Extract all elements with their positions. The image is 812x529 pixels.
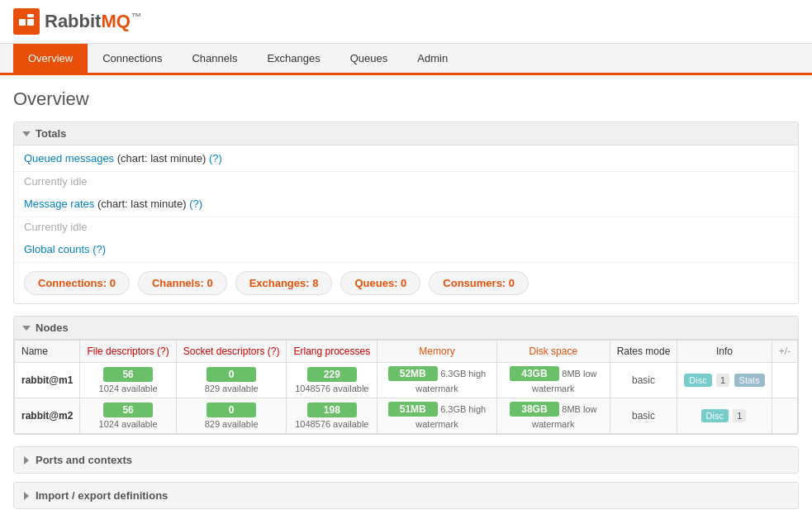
logo-text: RabbitMQ™ [45, 11, 142, 32]
exchanges-label: Exchanges: [249, 277, 310, 289]
totals-section: Totals Queued messages (chart: last minu… [13, 122, 799, 304]
th-memory: Memory [378, 341, 497, 363]
th-rates-mode: Rates mode [610, 341, 677, 363]
logo: RabbitMQ™ [13, 8, 142, 35]
import-export-header[interactable]: Import / export definitions [14, 483, 798, 508]
erlang-avail-0: 1048576 available [293, 384, 370, 393]
file-desc-avail-1: 1024 available [87, 419, 169, 429]
totals-header[interactable]: Totals [14, 122, 798, 145]
disk-bar-0: 43GB [510, 366, 559, 381]
nodes-label: Nodes [36, 322, 69, 334]
nodes-table-header-row: Name File descriptors (?) Socket descrip… [15, 341, 798, 363]
global-counts-link[interactable]: Global counts [24, 243, 90, 255]
erlang-bar-1: 198 [307, 403, 357, 417]
nav-connections[interactable]: Connections [88, 44, 177, 73]
consumers-label: Consumers: [443, 277, 506, 289]
node-disk-1: 38GB 8MB low watermark [496, 398, 610, 434]
nav-queues[interactable]: Queues [335, 44, 403, 73]
nodes-header[interactable]: Nodes [14, 317, 798, 340]
node-name-1: rabbit@m2 [15, 398, 80, 434]
connections-label: Connections: [38, 277, 107, 289]
node-name-0: rabbit@m1 [15, 363, 80, 398]
node-erlang-0: 229 1048576 available [287, 363, 378, 398]
memory-bar-1: 51MB [388, 402, 438, 417]
disk-bar-1: 38GB [510, 402, 559, 417]
connections-stat: Connections: 0 [24, 271, 130, 295]
disc-num-1: 1 [733, 409, 746, 422]
node-memory-0: 52MB 6.3GB high watermark [378, 363, 497, 398]
node-socket-desc-1: 0 829 available [176, 398, 287, 434]
disc-button-0[interactable]: Disc [684, 374, 711, 387]
import-export-section: Import / export definitions [13, 482, 799, 509]
message-rates-link[interactable]: Message rates [24, 198, 94, 210]
import-export-label: Import / export definitions [36, 489, 168, 502]
logo-icon [13, 8, 40, 35]
queues-stat: Queues: 0 [340, 271, 420, 295]
queued-messages-help[interactable]: (?) [209, 152, 222, 164]
channels-value: 0 [207, 277, 212, 289]
table-row: rabbit@m1 56 1024 available 0 829 availa… [15, 363, 798, 398]
header: RabbitMQ™ [0, 0, 812, 44]
nav-exchanges[interactable]: Exchanges [252, 44, 335, 73]
totals-collapse-icon [22, 131, 31, 136]
consumers-stat: Consumers: 0 [429, 271, 529, 295]
node-actions-1 [772, 398, 797, 434]
queued-messages-link[interactable]: Queued messages [24, 152, 114, 164]
socket-desc-avail-0: 829 available [183, 384, 280, 393]
nav-channels[interactable]: Channels [177, 44, 252, 73]
file-desc-bar-1: 56 [103, 403, 153, 417]
ports-collapse-icon [24, 456, 29, 465]
connections-value: 0 [110, 277, 116, 289]
totals-label: Totals [36, 127, 66, 140]
exchanges-value: 8 [312, 277, 318, 289]
th-file-desc: File descriptors (?) [80, 341, 176, 363]
message-rates-row: Message rates (chart: last minute) (?) [14, 191, 798, 217]
exchanges-stat: Exchanges: 8 [235, 271, 333, 295]
queued-messages-row: Queued messages (chart: last minute) (?) [14, 145, 798, 172]
svg-rect-2 [27, 14, 34, 17]
th-disk-space: Disk space [496, 341, 610, 363]
channels-stat: Channels: 0 [138, 271, 227, 295]
global-counts-row: Global counts (?) [14, 236, 798, 263]
th-name: Name [15, 341, 80, 363]
queues-value: 0 [401, 277, 406, 289]
disc-button-1[interactable]: Disc [701, 409, 729, 422]
socket-desc-bar-0: 0 [207, 367, 256, 382]
import-export-collapse-icon [24, 492, 29, 500]
consumers-value: 0 [509, 277, 515, 289]
nav-overview[interactable]: Overview [13, 44, 88, 73]
node-disk-0: 43GB 8MB low watermark [496, 363, 610, 398]
node-info-0: Disc 1 Stats [677, 363, 772, 398]
ports-header[interactable]: Ports and contexts [14, 447, 798, 473]
node-file-desc-1: 56 1024 available [80, 398, 176, 434]
nodes-collapse-icon [22, 326, 31, 331]
message-rates-help[interactable]: (?) [189, 198, 202, 210]
node-actions-0 [772, 363, 797, 398]
stats-button-0[interactable]: Stats [734, 374, 765, 387]
global-counts-help[interactable]: (?) [93, 243, 106, 255]
queued-messages-note: (chart: last minute) [117, 152, 207, 164]
socket-desc-bar-1: 0 [207, 403, 256, 417]
ports-label: Ports and contexts [36, 454, 132, 466]
memory-bar-0: 52MB [388, 366, 438, 381]
svg-rect-0 [19, 19, 26, 26]
node-file-desc-0: 56 1024 available [80, 363, 176, 398]
nodes-section: Nodes Name File descriptors (?) Socket d… [13, 316, 799, 435]
th-actions: +/- [772, 341, 797, 363]
main-nav: Overview Connections Channels Exchanges … [0, 44, 812, 75]
nodes-table: Name File descriptors (?) Socket descrip… [14, 340, 798, 434]
message-rates-note: (chart: last minute) [97, 198, 187, 210]
th-erlang-proc: Erlang processes [287, 341, 378, 363]
file-desc-avail-0: 1024 available [87, 384, 169, 393]
nav-admin[interactable]: Admin [402, 44, 463, 73]
message-rates-idle: Currently idle [14, 217, 798, 236]
th-info: Info [677, 341, 772, 363]
queued-idle: Currently idle [14, 172, 798, 191]
page-content: Overview Totals Queued messages (chart: … [0, 75, 812, 529]
nodes-body: Name File descriptors (?) Socket descrip… [14, 340, 798, 434]
svg-rect-1 [27, 19, 34, 26]
erlang-bar-0: 229 [307, 367, 357, 382]
table-row: rabbit@m2 56 1024 available 0 829 availa… [15, 398, 798, 434]
queues-label: Queues: [354, 277, 397, 289]
stats-row: Connections: 0 Channels: 0 Exchanges: 8 … [14, 263, 798, 303]
